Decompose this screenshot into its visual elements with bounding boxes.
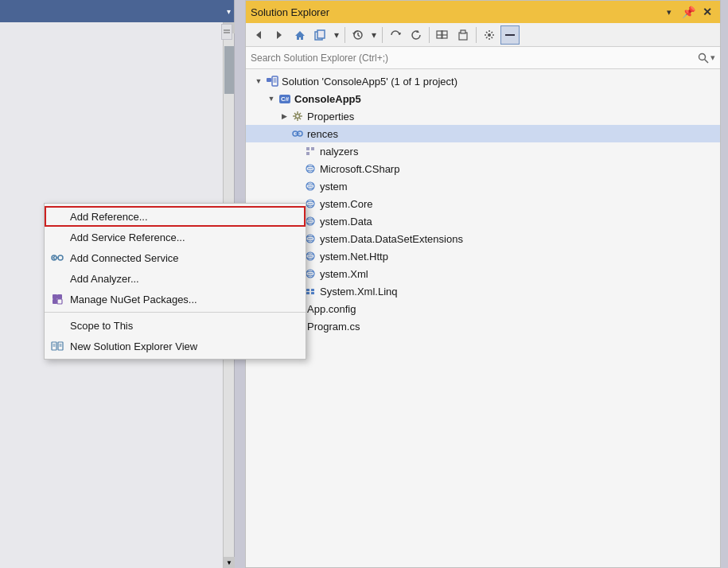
project-icon: C#	[278, 92, 292, 105]
svg-rect-46	[306, 289, 309, 291]
scroll-down-button[interactable]: ▼	[224, 557, 235, 568]
expand-solution[interactable]: ▼	[252, 75, 265, 88]
expand-analyzers[interactable]	[290, 145, 303, 158]
solution-tree: ▼ Solution 'ConsoleApp5' (1 of 1 project…	[246, 69, 720, 338]
panel-dropdown-icon[interactable]: ▾	[227, 7, 231, 16]
menu-item-new-solution-view[interactable]: New Solution Explorer View	[45, 336, 306, 356]
new-solution-view-label: New Solution Explorer View	[70, 340, 197, 352]
search-input[interactable]	[251, 53, 698, 64]
tree-item-systemxmllinq[interactable]: System.Xml.Linq	[246, 282, 720, 300]
svg-rect-49	[311, 292, 314, 294]
svg-rect-29	[306, 147, 309, 150]
menu-item-add-connected-service[interactable]: Add Connected Service	[45, 247, 306, 268]
menu-item-scope-to-this[interactable]: Scope to This	[45, 315, 306, 336]
systemcore-label: ystem.Core	[320, 198, 372, 210]
se-close-button[interactable]: ✕	[699, 4, 715, 20]
svg-rect-15	[461, 30, 465, 33]
svg-point-25	[296, 115, 300, 119]
svg-rect-59	[57, 299, 62, 304]
home-button[interactable]	[290, 25, 309, 45]
settings-button[interactable]	[480, 25, 499, 45]
collapse-button[interactable]	[500, 25, 520, 45]
svg-rect-20	[267, 78, 271, 82]
add-reference-label: Add Reference...	[70, 211, 148, 223]
toolbar-separator-1	[345, 27, 345, 43]
context-menu-separator	[45, 312, 306, 313]
tree-item-systemcore[interactable]: ystem.Core	[246, 195, 720, 212]
menu-item-manage-nuget[interactable]: Manage NuGet Packages...	[45, 289, 306, 309]
copy2-button[interactable]	[433, 25, 452, 45]
search-dropdown[interactable]: ▾	[710, 53, 715, 63]
toolbar-separator-2	[382, 27, 383, 43]
programcs-label: Program.cs	[307, 321, 360, 333]
solution-explorer-panel: Solution Explorer ▾ 📌 ✕ ▾	[245, 0, 721, 568]
search-icon[interactable]	[698, 53, 709, 64]
project-label: ConsoleApp5	[294, 93, 361, 105]
svg-point-54	[58, 255, 63, 260]
scope-to-this-label: Scope to This	[70, 320, 133, 332]
analyzers-label: nalyzers	[320, 146, 358, 158]
expand-properties[interactable]: ▶	[278, 110, 290, 123]
tree-item-systemdata[interactable]: ystem.Data	[246, 212, 720, 230]
add-connected-service-label: Add Connected Service	[70, 252, 179, 264]
expand-references[interactable]	[278, 127, 290, 140]
resize-handle[interactable]	[221, 24, 232, 40]
systemxmllinq-label: System.Xml.Linq	[320, 286, 398, 298]
tree-item-appconfig[interactable]: App.config	[246, 300, 720, 317]
forward-button[interactable]	[270, 25, 289, 45]
se-search-bar: ▾	[246, 47, 720, 69]
svg-marker-2	[256, 31, 261, 39]
expand-project[interactable]: ▼	[265, 92, 278, 105]
systemxml-label: ystem.Xml	[320, 268, 368, 280]
svg-rect-47	[311, 289, 314, 291]
svg-rect-21	[272, 76, 278, 86]
tree-item-systemnethttp[interactable]: ystem.Net.Http	[246, 247, 720, 265]
tree-item-analyzers[interactable]: nalyzers	[246, 142, 720, 160]
tree-item-system[interactable]: ystem	[246, 177, 720, 195]
svg-rect-31	[306, 152, 309, 155]
history-button[interactable]	[348, 25, 368, 45]
tree-item-systemdataset[interactable]: ystem.Data.DataSetExtensions	[246, 230, 720, 247]
history-dropdown-button[interactable]: ▾	[369, 25, 379, 45]
left-panel-header: ▾	[0, 0, 234, 22]
tree-item-project[interactable]: ▼ C# ConsoleApp5	[246, 90, 720, 107]
manage-nuget-label: Manage NuGet Packages...	[70, 294, 197, 305]
tree-item-mscsharp[interactable]: Microsoft.CSharp	[246, 160, 720, 177]
svg-marker-8	[352, 33, 356, 35]
svg-rect-58	[53, 299, 57, 304]
refresh-button[interactable]	[407, 25, 426, 45]
svg-rect-57	[57, 294, 62, 299]
svg-line-19	[705, 59, 709, 63]
toolbar-separator-4	[476, 27, 477, 43]
references-label: rences	[307, 128, 338, 140]
system-label: ystem	[320, 181, 348, 193]
properties-icon	[290, 110, 305, 123]
sync-button[interactable]	[386, 25, 405, 45]
svg-rect-30	[311, 147, 314, 150]
systemdata-label: ystem.Data	[320, 216, 372, 228]
scroll-thumb[interactable]	[224, 46, 234, 94]
svg-point-18	[699, 53, 706, 60]
back-button[interactable]	[249, 25, 268, 45]
analyzers-icon	[303, 145, 317, 158]
tree-item-properties[interactable]: ▶ Properties	[246, 107, 720, 125]
solution-icon	[265, 75, 279, 88]
svg-point-16	[488, 33, 491, 37]
menu-item-add-analyzer[interactable]: Add Analyzer...	[45, 268, 306, 289]
menu-item-add-service-reference[interactable]: Add Service Reference...	[45, 227, 306, 247]
svg-rect-48	[306, 292, 309, 294]
copy-dropdown-button[interactable]: ▾	[332, 25, 341, 45]
tree-item-systemxml[interactable]: ystem.Xml	[246, 265, 720, 282]
tree-item-references[interactable]: rences	[246, 125, 720, 142]
tree-item-solution[interactable]: ▼ Solution 'ConsoleApp5' (1 of 1 project…	[246, 72, 720, 90]
se-dropdown-button[interactable]: ▾	[661, 4, 677, 20]
paste-button[interactable]	[454, 25, 473, 45]
mscsharp-icon	[303, 162, 317, 175]
references-icon	[290, 127, 305, 140]
nuget-icon	[49, 291, 65, 307]
copy-button[interactable]	[311, 25, 330, 45]
menu-item-add-reference[interactable]: Add Reference...	[45, 206, 306, 227]
mscsharp-label: Microsoft.CSharp	[320, 163, 399, 175]
tree-item-programcs[interactable]: ▶ C# Program.cs	[246, 317, 720, 335]
se-pin-button[interactable]: 📌	[680, 4, 696, 20]
